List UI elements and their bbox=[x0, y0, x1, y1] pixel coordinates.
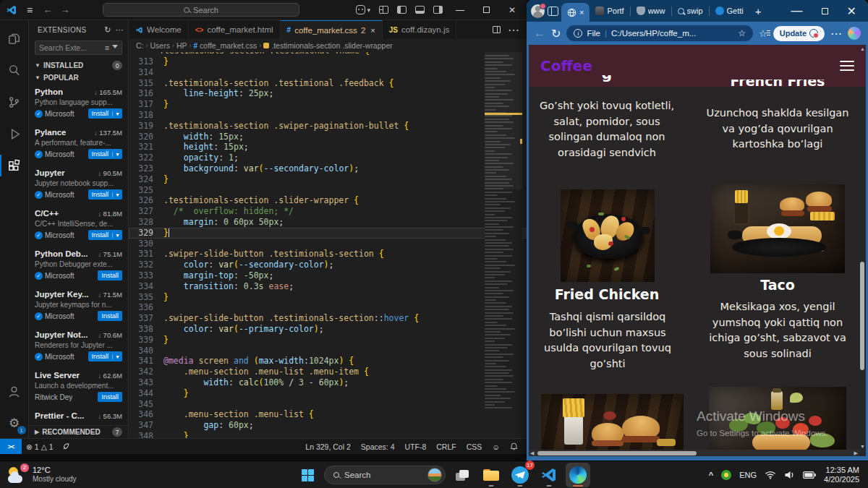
extension-item-0[interactable]: Python↓ 165.5M Python language supp... ✓… bbox=[29, 85, 128, 126]
address-bar[interactable]: i File | C:/Users/HP/coffe_m... ☆ bbox=[566, 25, 753, 41]
sort-icon[interactable]: ≡ bbox=[105, 43, 109, 52]
section-popular[interactable]: ▼POPULAR bbox=[29, 72, 128, 84]
code-line-316[interactable]: 316 line-height: 25px; bbox=[129, 88, 527, 99]
encoding[interactable]: UTF-8 bbox=[401, 442, 431, 451]
code-line-334[interactable]: 334 transition: 0.3s ease; bbox=[129, 281, 527, 292]
maximize-button[interactable] bbox=[477, 5, 495, 15]
code-line-313[interactable]: 313} bbox=[129, 56, 527, 67]
notifications-bell-icon[interactable] bbox=[506, 442, 522, 450]
feedback-icon[interactable]: ☺ bbox=[488, 442, 504, 451]
extension-item-8[interactable]: Prettier - C...↓ 56.3M bbox=[29, 409, 128, 425]
browser-tab-2[interactable]: www bbox=[632, 0, 670, 22]
burger-fries-image[interactable] bbox=[541, 394, 684, 456]
code-line-324[interactable]: 324} bbox=[129, 174, 527, 185]
code-line-336[interactable]: 336 bbox=[129, 302, 527, 313]
breadcrumb-item[interactable]: HP bbox=[176, 41, 187, 50]
launch-icon[interactable] bbox=[58, 442, 75, 450]
code-line-327[interactable]: 327 /* overflow: hidden; */ bbox=[129, 206, 527, 217]
tab-1[interactable]: <>coffe_market.html bbox=[189, 20, 281, 39]
browser-tab-3[interactable]: swip bbox=[673, 0, 707, 22]
refresh-icon[interactable]: ↻ bbox=[104, 25, 111, 35]
install-button[interactable]: Install▼ bbox=[88, 189, 122, 200]
filter-icon[interactable] bbox=[112, 45, 118, 48]
source-control-icon[interactable] bbox=[0, 87, 29, 117]
search-sidebar-icon[interactable] bbox=[0, 55, 29, 85]
run-debug-icon[interactable] bbox=[0, 119, 29, 149]
browser-tab-1[interactable]: Portf bbox=[591, 0, 628, 22]
menu-icon[interactable]: ≡ bbox=[23, 4, 36, 16]
toggle-panel-icon[interactable] bbox=[415, 6, 425, 14]
code-line-321[interactable]: 321 height: 15px; bbox=[129, 142, 527, 153]
copilot-menu-icon[interactable]: ▾ bbox=[356, 5, 370, 14]
install-button[interactable]: Install bbox=[98, 270, 122, 281]
hscrollbar-thumb[interactable] bbox=[537, 451, 697, 455]
browser-tab-4[interactable]: Getti bbox=[711, 0, 748, 22]
task-view-button[interactable] bbox=[450, 463, 475, 487]
code-line-347[interactable]: 347 gap: 60px; bbox=[129, 420, 527, 431]
browser-more-icon[interactable]: ⋯ bbox=[830, 27, 842, 40]
profile-avatar[interactable] bbox=[531, 4, 545, 18]
code-line-330[interactable]: 330 bbox=[129, 239, 527, 249]
install-button[interactable]: Install bbox=[98, 392, 122, 402]
new-tab-button[interactable]: + bbox=[751, 5, 766, 17]
code-line-333[interactable]: 333 margin-top: -50px; bbox=[129, 270, 527, 281]
code-line-339[interactable]: 339} bbox=[129, 335, 527, 346]
taco-image[interactable] bbox=[710, 184, 845, 273]
code-line-325[interactable]: 325 bbox=[129, 185, 527, 196]
code-line-337[interactable]: 337.swiper-slide-button .testimionals-se… bbox=[129, 313, 527, 324]
horizontal-scrollbar[interactable]: ◀ ▶ bbox=[529, 450, 859, 456]
code-line-318[interactable]: 318 bbox=[129, 110, 527, 121]
hidden-icons-chevron[interactable]: ^ bbox=[709, 471, 713, 479]
browser-tab-active[interactable]: × bbox=[561, 3, 590, 22]
code-line-348[interactable]: 348 } bbox=[129, 431, 527, 438]
tab-2[interactable]: #coffe_market.css2× bbox=[281, 20, 383, 39]
code-line-345[interactable]: 345 bbox=[129, 399, 527, 410]
code-line-320[interactable]: 320 width: 15px; bbox=[129, 132, 527, 142]
edge-taskbar-button[interactable] bbox=[566, 463, 590, 487]
file-explorer-button[interactable] bbox=[479, 463, 503, 487]
fried-chicken-image[interactable] bbox=[561, 189, 655, 282]
favorites-icon[interactable]: ☆ bbox=[759, 28, 767, 39]
breadcrumb[interactable]: C:›Users›HP›#coffe_market.css›.testimion… bbox=[129, 39, 527, 52]
taskbar-search[interactable]: Search bbox=[324, 466, 446, 484]
browser-minimize-button[interactable]: — bbox=[791, 4, 803, 17]
extension-item-6[interactable]: Jupyter Not...↓ 70.6M Renderers for Jupy… bbox=[29, 328, 128, 369]
forward-arrow-icon[interactable]: → bbox=[59, 4, 71, 15]
code-line-338[interactable]: 338 color: var(--primary-color); bbox=[129, 324, 527, 335]
breadcrumb-item[interactable]: coffe_market.css bbox=[200, 41, 257, 50]
hamburger-menu-icon[interactable] bbox=[840, 61, 854, 71]
code-line-331[interactable]: 331.swiper-slide-button .testimionals-se… bbox=[129, 249, 527, 260]
update-button[interactable]: Update bbox=[773, 26, 825, 41]
breadcrumb-item[interactable]: .testimionals-section .slider-wrapper bbox=[271, 41, 392, 50]
scroll-left-icon[interactable]: ◀ bbox=[529, 450, 535, 456]
volume-icon[interactable] bbox=[784, 471, 795, 479]
breadcrumb-item[interactable]: C: bbox=[136, 41, 144, 50]
browser-back-icon[interactable]: ← bbox=[534, 27, 545, 40]
workspaces-icon[interactable] bbox=[548, 7, 558, 16]
explorer-icon[interactable] bbox=[0, 23, 29, 53]
code-line-315[interactable]: 315.testimionals-section .testimional .f… bbox=[129, 78, 527, 89]
favorite-star-icon[interactable]: ☆ bbox=[738, 28, 746, 38]
section-recommended[interactable]: ▶RECOMMENDED7 bbox=[29, 425, 128, 438]
indentation[interactable]: Spaces: 4 bbox=[357, 442, 399, 451]
remote-indicator[interactable]: >< bbox=[0, 439, 22, 454]
customize-layout-icon[interactable] bbox=[379, 6, 388, 14]
code-line-329[interactable]: 329} bbox=[129, 228, 527, 239]
extension-item-7[interactable]: Live Server↓ 62.6M Launch a development.… bbox=[29, 369, 128, 409]
toggle-sidebar-icon[interactable] bbox=[397, 6, 407, 14]
browser-maximize-button[interactable] bbox=[822, 8, 828, 14]
extensions-icon[interactable] bbox=[0, 150, 29, 181]
extension-item-1[interactable]: Pylance↓ 137.5M A performant, feature-..… bbox=[29, 126, 128, 166]
code-line-322[interactable]: 322 opacity: 1; bbox=[129, 153, 527, 163]
antivirus-tray-icon[interactable] bbox=[721, 470, 731, 480]
code-line-323[interactable]: 323 background: var(--secondary-color); bbox=[129, 163, 527, 174]
code-line-343[interactable]: 343 width: calc(100% / 3 - 60px); bbox=[129, 377, 527, 388]
extension-item-3[interactable]: C/C++↓ 81.8M C/C++ IntelliSense, de... ✓… bbox=[29, 207, 128, 247]
code-line-314[interactable]: 314 bbox=[129, 67, 527, 78]
vscode-taskbar-button[interactable] bbox=[537, 463, 561, 487]
extension-item-2[interactable]: Jupyter↓ 90.5M Jupyter notebook supp... … bbox=[29, 166, 128, 207]
code-line-328[interactable]: 328 margin: 0 60px 50px; bbox=[129, 217, 527, 228]
tab-0[interactable]: Welcome bbox=[129, 20, 189, 39]
telegram-button[interactable]: 17 bbox=[508, 463, 532, 487]
start-button[interactable] bbox=[295, 463, 320, 487]
